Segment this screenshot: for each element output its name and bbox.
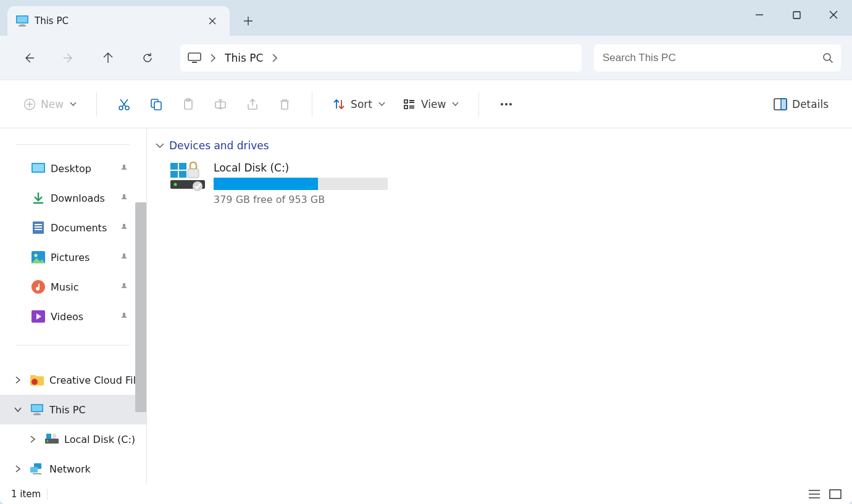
sidebar-item-label: Documents xyxy=(51,222,111,234)
pictures-icon xyxy=(31,250,46,265)
svg-rect-40 xyxy=(46,434,51,439)
svg-point-46 xyxy=(174,183,177,186)
cut-button[interactable] xyxy=(111,91,138,118)
section-label: Devices and drives xyxy=(169,139,269,152)
videos-icon xyxy=(31,309,46,324)
chevron-right-icon[interactable] xyxy=(11,465,25,473)
copy-button[interactable] xyxy=(143,91,170,118)
tab-title: This PC xyxy=(35,15,69,27)
svg-rect-47 xyxy=(170,163,178,170)
svg-point-39 xyxy=(47,440,49,442)
body: Desktop Downloads Documents Pictures Mus xyxy=(0,128,852,484)
delete-button[interactable] xyxy=(271,91,298,118)
explorer-window: This PC xyxy=(0,0,852,504)
sidebar-item-label: Creative Cloud Files xyxy=(49,374,146,386)
svg-point-7 xyxy=(824,54,830,60)
folder-icon xyxy=(30,373,44,387)
svg-point-30 xyxy=(35,254,38,257)
sidebar-item-videos[interactable]: Videos xyxy=(0,302,146,331)
section-devices-drives[interactable]: Devices and drives xyxy=(156,139,843,152)
svg-rect-4 xyxy=(793,12,800,19)
chevron-right-icon[interactable] xyxy=(26,436,40,443)
svg-rect-12 xyxy=(154,102,161,110)
details-pane-button[interactable]: Details xyxy=(767,91,835,118)
view-tiles-button[interactable] xyxy=(827,487,843,501)
tab-close-button[interactable] xyxy=(204,12,221,30)
minimize-button[interactable] xyxy=(741,0,778,30)
drive-info: Local Disk (C:) 379 GB free of 953 GB xyxy=(214,162,388,205)
sidebar-item-pictures[interactable]: Pictures xyxy=(0,242,146,272)
drive-item[interactable]: Local Disk (C:) 379 GB free of 953 GB xyxy=(169,162,843,205)
svg-point-52 xyxy=(193,181,203,191)
view-list-button[interactable] xyxy=(806,487,822,501)
chevron-right-icon xyxy=(210,54,216,62)
sort-button[interactable]: Sort xyxy=(326,91,391,118)
new-label: New xyxy=(41,98,64,110)
new-tab-button[interactable] xyxy=(235,7,262,35)
content-pane: Devices and drives xyxy=(147,128,852,484)
svg-point-33 xyxy=(31,379,38,385)
sidebar-item-downloads[interactable]: Downloads xyxy=(0,183,146,213)
svg-point-20 xyxy=(509,103,512,105)
refresh-button[interactable] xyxy=(130,44,165,72)
paste-button[interactable] xyxy=(175,91,202,118)
chevron-down-icon[interactable] xyxy=(11,407,25,413)
sidebar-item-documents[interactable]: Documents xyxy=(0,213,146,242)
sidebar-item-label: Desktop xyxy=(51,163,111,175)
share-button[interactable] xyxy=(239,91,266,118)
svg-rect-51 xyxy=(188,169,199,178)
svg-rect-17 xyxy=(404,105,407,109)
pin-icon xyxy=(115,312,133,321)
titlebar: This PC xyxy=(0,0,852,36)
sidebar-item-label: Downloads xyxy=(51,192,111,204)
window-controls xyxy=(741,0,852,30)
new-button[interactable]: New xyxy=(17,91,83,118)
maximize-button[interactable] xyxy=(778,0,815,30)
svg-rect-48 xyxy=(179,163,186,170)
scrollbar-thumb[interactable] xyxy=(135,202,146,412)
sidebar-item-label: Music xyxy=(51,281,111,293)
svg-rect-6 xyxy=(192,62,197,63)
svg-rect-28 xyxy=(35,229,42,230)
tab-this-pc[interactable]: This PC xyxy=(7,6,230,36)
svg-rect-26 xyxy=(35,224,42,225)
svg-rect-50 xyxy=(179,171,186,178)
separator xyxy=(312,92,312,117)
status-item-count: 1 item xyxy=(11,489,41,500)
back-button[interactable] xyxy=(11,44,47,72)
svg-rect-2 xyxy=(20,24,25,25)
separator xyxy=(47,489,48,500)
drive-icon xyxy=(44,432,59,447)
forward-button[interactable] xyxy=(51,44,86,72)
sidebar-item-desktop[interactable]: Desktop xyxy=(0,154,146,183)
breadcrumb-location[interactable]: This PC xyxy=(225,52,263,64)
rename-button[interactable] xyxy=(207,91,234,118)
chevron-down-icon xyxy=(70,102,77,107)
address-bar[interactable]: This PC xyxy=(180,44,582,72)
svg-point-18 xyxy=(501,103,503,105)
up-button[interactable] xyxy=(90,44,126,72)
view-button[interactable]: View xyxy=(396,91,465,118)
music-icon xyxy=(31,279,46,294)
more-button[interactable] xyxy=(493,91,520,118)
sidebar-item-network[interactable]: Network xyxy=(0,454,146,484)
sidebar-item-music[interactable]: Music xyxy=(0,272,146,302)
sidebar-item-local-disk[interactable]: Local Disk (C:) xyxy=(0,424,146,454)
search-input[interactable] xyxy=(601,51,822,65)
toolbar: New Sort View xyxy=(0,80,852,128)
svg-rect-53 xyxy=(830,490,841,498)
svg-rect-35 xyxy=(32,405,43,411)
search-bar[interactable] xyxy=(594,44,841,72)
svg-rect-37 xyxy=(33,414,41,415)
chevron-right-icon[interactable] xyxy=(11,376,25,384)
svg-rect-43 xyxy=(30,467,38,473)
sidebar-item-creative-cloud[interactable]: Creative Cloud Files xyxy=(0,365,146,395)
close-window-button[interactable] xyxy=(815,0,852,30)
network-icon xyxy=(30,461,44,476)
drive-name: Local Disk (C:) xyxy=(214,162,388,174)
monitor-icon xyxy=(16,15,28,27)
desktop-icon xyxy=(31,161,46,176)
svg-rect-36 xyxy=(35,413,40,414)
chevron-right-icon[interactable] xyxy=(272,54,278,62)
sidebar-item-this-pc[interactable]: This PC xyxy=(0,395,146,424)
